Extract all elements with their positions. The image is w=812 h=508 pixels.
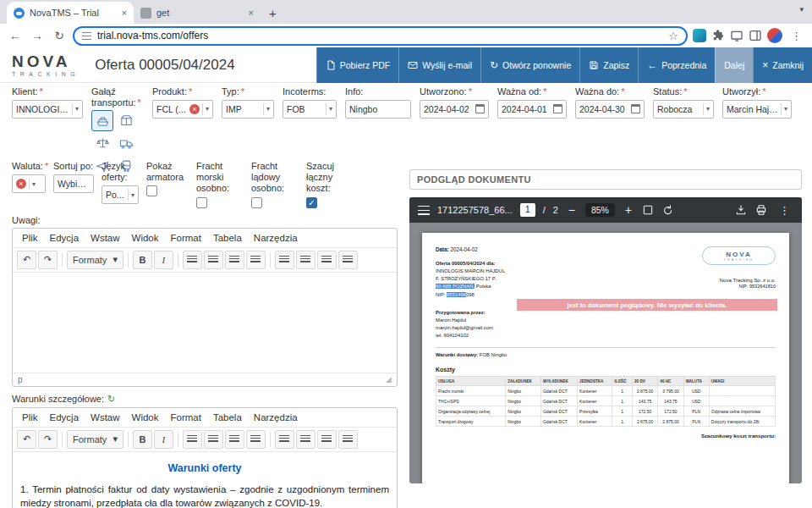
sortuj-po-select[interactable]: Wybier...	[53, 174, 94, 193]
save-button[interactable]: Zapisz	[579, 47, 638, 83]
menu-plik[interactable]: Plik	[16, 409, 44, 426]
menu-tabela[interactable]: Tabela	[207, 229, 248, 246]
forward-button[interactable]: →	[29, 29, 46, 42]
close-offer-button[interactable]: × Zamknij	[753, 47, 812, 83]
typ-select[interactable]: IMP ▾	[222, 100, 274, 119]
address-bar[interactable]: trial.nova-tms.com/offers ☆	[73, 26, 688, 46]
warunki-content[interactable]: Warunki oferty 1. Termin płatności faktu…	[13, 452, 397, 508]
menu-format[interactable]: Format	[165, 229, 207, 246]
menu-edycja[interactable]: Edycja	[44, 229, 85, 246]
menu-narzedzia[interactable]: Narzędzia	[248, 229, 304, 246]
zoom-in-button[interactable]: +	[623, 203, 634, 217]
tab-get[interactable]: get ×	[134, 2, 261, 24]
indent-button[interactable]	[338, 430, 358, 449]
align-right-button[interactable]	[225, 251, 244, 269]
profile-avatar[interactable]	[767, 28, 782, 43]
back-button[interactable]: ←	[7, 29, 24, 42]
transport-sea-icon[interactable]	[91, 110, 113, 131]
wazna-do-date-input[interactable]: 2024-04-30	[575, 100, 645, 119]
undo-button[interactable]: ↶	[17, 430, 36, 449]
utworzono-date-input[interactable]: 2024-04-02	[420, 100, 489, 119]
italic-button[interactable]: I	[154, 251, 173, 269]
tab-close-icon[interactable]: ×	[122, 8, 127, 18]
menu-format[interactable]: Format	[165, 409, 207, 426]
transport-road-icon[interactable]	[115, 133, 137, 154]
calendar-icon[interactable]	[553, 104, 562, 113]
url-text[interactable]: trial.nova-tms.com/offers	[97, 30, 662, 41]
browser-menu-kebab-icon[interactable]: ⋮	[791, 30, 802, 42]
menu-wstaw[interactable]: Wstaw	[85, 229, 126, 246]
status-select[interactable]: Robocza ▾	[653, 100, 714, 119]
menu-widok[interactable]: Widok	[126, 409, 165, 426]
rotate-button[interactable]	[661, 204, 673, 216]
tab-search-chevron-icon[interactable]: ▾	[799, 5, 804, 14]
pinned-extension-icon[interactable]	[693, 29, 706, 42]
numbered-list-button[interactable]	[296, 251, 315, 269]
bold-button[interactable]: B	[133, 251, 152, 269]
print-button[interactable]	[755, 204, 767, 216]
fracht-ladowy-checkbox[interactable]	[251, 197, 262, 208]
zoom-out-button[interactable]: −	[566, 203, 578, 217]
menu-narzedzia[interactable]: Narzędzia	[248, 409, 304, 426]
formats-dropdown[interactable]: Formaty ▾	[67, 430, 123, 449]
resize-handle-icon[interactable]: ◢	[386, 375, 392, 384]
pdf-more-kebab-icon[interactable]: ⋮	[779, 204, 790, 217]
tab-novatms[interactable]: NovaTMS – Trial ×	[7, 2, 134, 24]
indent-button[interactable]	[338, 251, 358, 269]
calendar-icon[interactable]	[475, 104, 485, 113]
szacuj-koszt-checkbox[interactable]: ✓	[306, 197, 317, 208]
pokaz-armatora-checkbox[interactable]	[146, 185, 157, 196]
menu-plik[interactable]: Plik	[16, 229, 44, 246]
download-button[interactable]	[735, 204, 747, 216]
wazna-od-date-input[interactable]: 2024-04-01	[497, 100, 567, 119]
element-path[interactable]: p	[18, 375, 23, 384]
klient-select[interactable]: INNOLOGIS ... ▾	[12, 100, 83, 119]
transport-container-icon[interactable]	[115, 110, 137, 131]
redo-button[interactable]: ↷	[38, 251, 58, 269]
bold-button[interactable]: B	[133, 430, 152, 449]
cast-screen-icon[interactable]	[730, 29, 743, 42]
incoterms-select[interactable]: FOB ▾	[283, 100, 337, 119]
bookmark-star-icon[interactable]: ☆	[668, 30, 678, 42]
bullet-list-button[interactable]	[275, 430, 294, 449]
waluta-select[interactable]: × ▾	[12, 174, 46, 193]
menu-tabela[interactable]: Tabela	[207, 409, 248, 426]
align-center-button[interactable]	[204, 251, 223, 269]
page-number-input[interactable]: 1	[520, 203, 535, 217]
reload-button[interactable]: ↻	[51, 29, 68, 42]
numbered-list-button[interactable]	[296, 430, 315, 449]
align-left-button[interactable]	[183, 251, 202, 269]
align-justify-button[interactable]	[246, 251, 266, 269]
align-justify-button[interactable]	[246, 430, 266, 449]
info-input[interactable]	[349, 104, 407, 114]
redo-button[interactable]: ↷	[38, 430, 58, 449]
pdf-menu-icon[interactable]	[418, 206, 430, 215]
align-center-button[interactable]	[204, 430, 223, 449]
fit-page-button[interactable]	[642, 204, 654, 216]
previous-button[interactable]: ← Poprzednia	[638, 47, 715, 83]
uwagi-content[interactable]	[13, 273, 397, 373]
calendar-icon[interactable]	[631, 104, 640, 113]
bullet-list-button[interactable]	[275, 251, 294, 269]
outdent-button[interactable]	[317, 430, 337, 449]
menu-wstaw[interactable]: Wstaw	[85, 409, 126, 426]
outdent-button[interactable]	[317, 251, 337, 269]
italic-button[interactable]: I	[154, 430, 173, 449]
clear-value-icon[interactable]: ×	[16, 179, 26, 189]
fracht-morski-checkbox[interactable]	[196, 197, 207, 208]
reopen-button[interactable]: ↻ Otwórz ponownie	[480, 47, 579, 83]
next-button[interactable]: Dalej	[715, 47, 753, 83]
transport-customs-scale-icon[interactable]	[91, 133, 113, 154]
site-settings-icon[interactable]	[82, 32, 91, 40]
clear-value-icon[interactable]: ×	[189, 104, 200, 114]
formats-dropdown[interactable]: Formaty ▾	[67, 251, 123, 269]
download-pdf-button[interactable]: Pobierz PDF	[316, 47, 399, 83]
menu-widok[interactable]: Widok	[126, 229, 165, 246]
utworzyl-select[interactable]: Marcin Hajdul ▾	[722, 100, 792, 119]
jezyk-oferty-select[interactable]: Po... ▾	[102, 185, 139, 204]
undo-button[interactable]: ↶	[17, 251, 36, 269]
side-panel-icon[interactable]	[749, 29, 762, 42]
menu-edycja[interactable]: Edycja	[44, 409, 85, 426]
send-email-button[interactable]: Wyślij e-mail	[398, 47, 480, 83]
extensions-puzzle-icon[interactable]	[711, 29, 725, 42]
